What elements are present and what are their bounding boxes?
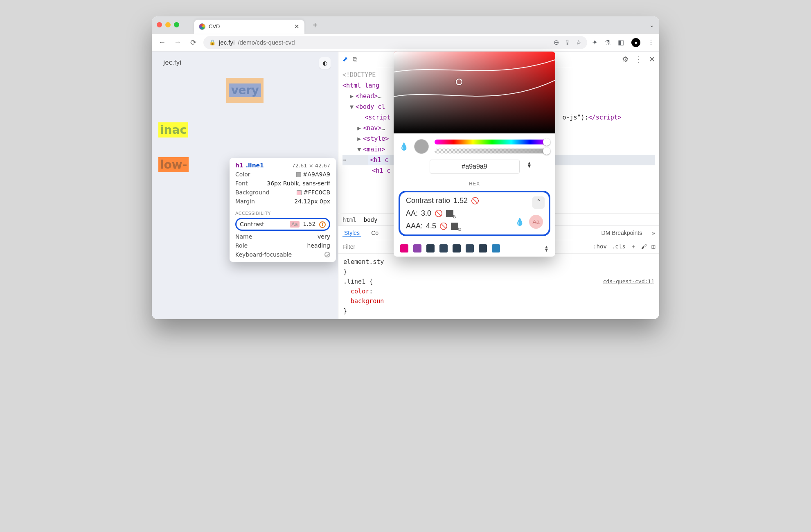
cls-toggle[interactable]: .cls: [612, 243, 626, 250]
styles-pane[interactable]: element.sty } .line1 { cds-quest-cvd:11 …: [338, 254, 659, 319]
warning-icon: !: [319, 221, 326, 228]
palette-swatch[interactable]: [426, 244, 435, 252]
tooltip-class: .line1: [246, 162, 264, 169]
aaa-fix-icon[interactable]: [451, 223, 458, 230]
tabs-menu-icon[interactable]: ⌄: [649, 22, 654, 28]
close-devtools-icon[interactable]: ✕: [649, 55, 655, 64]
window-controls: [157, 22, 179, 27]
close-window-button[interactable]: [157, 22, 162, 27]
titlebar: CVD ✕ ＋ ⌄: [152, 16, 659, 34]
aa-fail-icon: 🚫: [435, 210, 443, 217]
tab-dom-breakpoints[interactable]: DM Breakpoints: [596, 230, 648, 236]
paint-icon[interactable]: 🖌: [641, 243, 647, 250]
devtools-panel: ⬈ ⧉ ⚙ ⋮ ✕ <!DOCTYPE <html lang ▶<head>… …: [338, 52, 659, 319]
color-swatch-icon: [296, 172, 301, 177]
url-path: /demo/cds-quest-cvd: [238, 39, 295, 46]
forward-button[interactable]: →: [172, 38, 183, 47]
not-focusable-icon: [324, 252, 330, 257]
hue-thumb[interactable]: [543, 138, 550, 146]
browser-window: CVD ✕ ＋ ⌄ ← → ⟳ 🔒 jec.fyi/demo/cds-quest…: [152, 16, 659, 319]
contrast-collapse-icon[interactable]: ˄: [532, 196, 545, 209]
palette-swatch[interactable]: [439, 244, 448, 252]
palette-more-icon[interactable]: ▲▼: [544, 245, 549, 252]
browser-tab[interactable]: CVD ✕: [194, 20, 304, 34]
element-tooltip: h1.line1 72.61 × 42.67 Color #A9A9A9 Fon…: [230, 158, 336, 262]
palette-row: ▲▼: [394, 240, 555, 257]
aa-fix-icon[interactable]: [446, 210, 453, 217]
extensions-icon[interactable]: ✦: [592, 38, 597, 46]
profile-avatar-icon[interactable]: ●: [631, 38, 640, 47]
sample-block-very: very: [226, 78, 264, 103]
spectrum-thumb[interactable]: [456, 79, 462, 85]
palette-swatch[interactable]: [453, 244, 461, 252]
sample-block-low: low-: [158, 157, 189, 172]
contrast-ratio-value: 1.52: [453, 196, 468, 205]
hue-slider[interactable]: [435, 140, 550, 144]
zoom-out-icon[interactable]: ⊖: [554, 38, 559, 46]
new-tab-button[interactable]: ＋: [311, 19, 319, 30]
page-viewport: jec.fyi ◐ very inac low- h1.line1 72.61 …: [152, 52, 338, 319]
hex-input[interactable]: [430, 160, 520, 174]
labs-icon[interactable]: ⚗: [605, 38, 611, 46]
tooltip-tag: h1: [235, 162, 243, 169]
tooltip-a11y-heading: ACCESSIBILITY: [235, 208, 330, 216]
tab-computed[interactable]: Co: [365, 230, 384, 236]
device-toolbar-icon[interactable]: ⧉: [353, 56, 357, 63]
devtools-menu-icon[interactable]: ⋮: [635, 55, 642, 64]
palette-swatch[interactable]: [492, 244, 500, 252]
computed-toggle-icon[interactable]: ◫: [652, 243, 655, 250]
bg-swatch-icon: [297, 190, 302, 195]
more-tabs-icon[interactable]: »: [648, 230, 659, 236]
palette-swatch[interactable]: [479, 244, 487, 252]
bg-eyedropper-icon[interactable]: 💧: [515, 217, 524, 226]
dark-mode-toggle[interactable]: ◐: [319, 57, 331, 69]
palette-swatch[interactable]: [413, 244, 421, 252]
hov-toggle[interactable]: :hov: [593, 243, 607, 250]
eyedropper-icon[interactable]: 💧: [399, 142, 408, 151]
minimize-window-button[interactable]: [165, 22, 171, 27]
favicon-icon: [199, 23, 205, 30]
lock-icon: 🔒: [209, 39, 216, 45]
new-style-rule-icon[interactable]: ＋: [631, 243, 636, 250]
contrast-fail-icon: 🚫: [471, 197, 479, 205]
contrast-ratio-box: Contrast ratio 1.52 🚫 ˄ AA: 3.0 🚫 AAA: 4…: [399, 191, 550, 236]
tooltip-contrast-row: Contrast Aa 1.52 !: [235, 218, 330, 231]
current-color-chip: [414, 139, 429, 154]
omnibox[interactable]: 🔒 jec.fyi/demo/cds-quest-cvd ⊖ ⇪ ☆: [203, 36, 587, 49]
tooltip-contrast-value: 1.52: [303, 221, 315, 227]
color-format-toggle[interactable]: ▲▼: [527, 161, 532, 168]
url-host: jec.fyi: [219, 39, 234, 46]
sample-text-very: very: [229, 83, 261, 97]
kebab-menu-icon[interactable]: ⋮: [648, 38, 654, 46]
aaa-fail-icon: 🚫: [439, 222, 448, 230]
close-tab-icon[interactable]: ✕: [294, 23, 300, 30]
palette-swatch[interactable]: [400, 244, 408, 252]
star-icon[interactable]: ☆: [576, 38, 581, 46]
toolbar: ← → ⟳ 🔒 jec.fyi/demo/cds-quest-cvd ⊖ ⇪ ☆…: [152, 34, 659, 52]
inspect-element-icon[interactable]: ⬈: [342, 55, 348, 63]
contrast-aa-chip: Aa: [290, 221, 300, 228]
sample-block-inac: inac: [158, 122, 188, 138]
maximize-window-button[interactable]: [174, 22, 179, 27]
toolbar-actions: ✦ ⚗ ◧ ● ⋮: [592, 38, 654, 47]
back-button[interactable]: ←: [157, 38, 167, 47]
hex-label: HEX: [469, 181, 480, 187]
share-icon[interactable]: ⇪: [565, 38, 570, 46]
sidepanel-icon[interactable]: ◧: [618, 38, 624, 46]
alpha-slider[interactable]: [435, 149, 550, 153]
reload-button[interactable]: ⟳: [188, 38, 198, 47]
settings-icon[interactable]: ⚙: [622, 55, 629, 64]
rule-source-link[interactable]: cds-quest-cvd:11: [603, 277, 654, 286]
palette-swatch[interactable]: [466, 244, 474, 252]
site-name: jec.fyi: [163, 59, 327, 66]
spectrum-area[interactable]: [394, 52, 555, 133]
alpha-thumb[interactable]: [543, 147, 550, 155]
contrast-preview-chip: Aa: [529, 215, 543, 229]
tooltip-dimensions: 72.61 × 42.67: [292, 162, 330, 169]
color-picker-popover: 💧 ▲▼ HEX Contrast ratio 1.52: [394, 52, 555, 257]
tab-title: CVD: [209, 23, 220, 29]
tab-styles[interactable]: Styles: [338, 230, 365, 236]
